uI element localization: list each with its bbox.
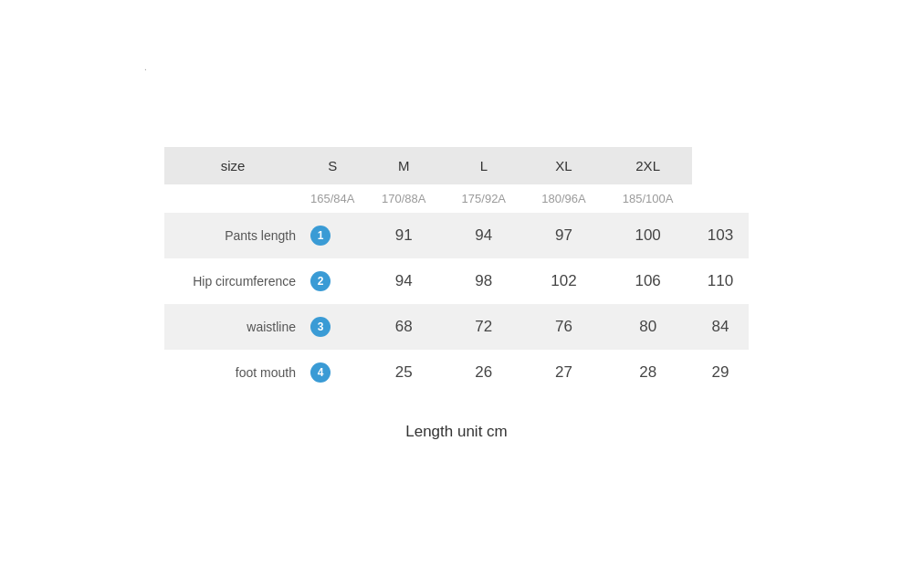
col-header-2xl: 2XL xyxy=(603,147,692,184)
subheader-s: 165/84A xyxy=(301,184,363,213)
foot-mouth-row: foot mouth 4 25 26 27 28 29 xyxy=(164,350,749,395)
foot-mouth-l: 27 xyxy=(524,350,604,395)
hip-circumference-2xl: 110 xyxy=(692,258,749,304)
hip-circumference-l: 102 xyxy=(524,258,604,304)
pants-length-xl: 100 xyxy=(603,213,692,258)
col-header-l: L xyxy=(444,147,524,184)
foot-mouth-label: foot mouth xyxy=(164,350,301,395)
foot-mouth-badge: 4 xyxy=(310,362,331,383)
hip-circumference-badge: 2 xyxy=(310,271,331,291)
foot-mouth-m: 26 xyxy=(444,350,524,395)
pants-length-s: 91 xyxy=(363,213,444,258)
col-header-m: M xyxy=(363,147,444,184)
size-table-wrapper: size S M L XL 2XL 165/84A 170/88A 175/92… xyxy=(164,147,749,395)
col-header-s: S xyxy=(301,147,363,184)
waistline-badge-cell: 3 xyxy=(301,304,363,350)
pants-length-m: 94 xyxy=(444,213,524,258)
hip-circumference-label: Hip circumference xyxy=(164,258,301,304)
pants-length-label: Pants length xyxy=(164,213,301,258)
dot-decoration: . xyxy=(144,62,147,72)
subheader-row: 165/84A 170/88A 175/92A 180/96A 185/100A xyxy=(164,184,749,213)
waistline-s: 68 xyxy=(363,304,444,350)
subheader-l: 175/92A xyxy=(444,184,524,213)
pants-length-badge: 1 xyxy=(310,226,331,246)
waistline-xl: 80 xyxy=(603,304,692,350)
col-header-xl: XL xyxy=(524,147,604,184)
size-label-header: size xyxy=(164,147,301,184)
foot-mouth-badge-cell: 4 xyxy=(301,350,363,395)
subheader-xl: 180/96A xyxy=(524,184,604,213)
main-container: size S M L XL 2XL 165/84A 170/88A 175/92… xyxy=(164,147,749,441)
hip-circumference-xl: 106 xyxy=(603,258,692,304)
hip-circumference-m: 98 xyxy=(444,258,524,304)
pants-length-row: Pants length 1 91 94 97 100 103 xyxy=(164,213,749,258)
waistline-2xl: 84 xyxy=(692,304,749,350)
hip-circumference-badge-cell: 2 xyxy=(301,258,363,304)
hip-circumference-row: Hip circumference 2 94 98 102 106 110 xyxy=(164,258,749,304)
subheader-empty xyxy=(164,184,301,213)
pants-length-badge-cell: 1 xyxy=(301,213,363,258)
foot-mouth-xl: 28 xyxy=(603,350,692,395)
waistline-badge: 3 xyxy=(310,317,331,337)
unit-label: Length unit cm xyxy=(405,423,508,441)
waistline-m: 72 xyxy=(444,304,524,350)
pants-length-l: 97 xyxy=(524,213,604,258)
subheader-2xl: 185/100A xyxy=(603,184,692,213)
foot-mouth-2xl: 29 xyxy=(692,350,749,395)
hip-circumference-s: 94 xyxy=(363,258,444,304)
subheader-m: 170/88A xyxy=(363,184,444,213)
waistline-row: waistline 3 68 72 76 80 84 xyxy=(164,304,749,350)
foot-mouth-s: 25 xyxy=(363,350,444,395)
size-table: size S M L XL 2XL 165/84A 170/88A 175/92… xyxy=(164,147,749,395)
pants-length-2xl: 103 xyxy=(692,213,749,258)
waistline-label: waistline xyxy=(164,304,301,350)
header-row: size S M L XL 2XL xyxy=(164,147,749,184)
waistline-l: 76 xyxy=(524,304,604,350)
